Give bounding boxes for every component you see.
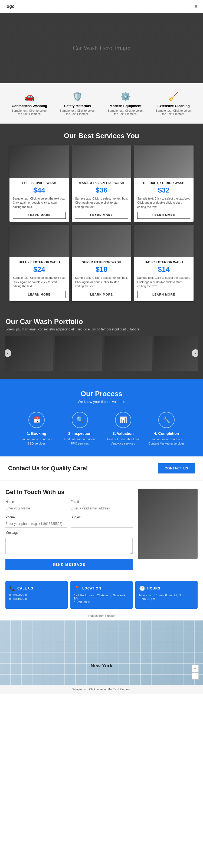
process-step-desc-0: Find out more about our SEO services xyxy=(18,437,56,446)
service-name-5: BASIC EXTERIOR WASH xyxy=(137,260,190,264)
name-input[interactable] xyxy=(5,505,67,512)
services-section: Our Best Services You FULL SERVICE WASH … xyxy=(0,124,203,309)
zoom-in-button[interactable]: + xyxy=(192,665,199,672)
features-section: 🚗 Contactless Washing Sample text. Click… xyxy=(0,83,203,124)
phone-icon: 📞 xyxy=(9,585,15,591)
info-box-call-title: CALL US xyxy=(17,587,33,590)
hero-image xyxy=(0,13,203,83)
info-box-location: 📍 LOCATION 121 Rock Street, 21 Avenue, N… xyxy=(70,581,133,609)
name-label: Name xyxy=(5,500,67,504)
learn-more-btn-5[interactable]: LEARN MORE xyxy=(137,291,190,298)
service-card-0: FULL SERVICE WASH $44 Sample text. Click… xyxy=(9,146,69,222)
footer-text: Sample text. Click to select the Text El… xyxy=(0,685,203,693)
feature-desc-2: Sample text. Click to select the Text El… xyxy=(107,109,145,116)
info-box-call: 📞 CALL US 8 800-70-500 8 800-19-520 xyxy=(5,581,68,609)
contact-us-button[interactable]: CONTACT US xyxy=(158,463,195,473)
process-step-desc-2: Find out more about our Analytics servic… xyxy=(104,437,142,446)
portfolio-img-1 xyxy=(55,336,102,371)
name-field-group: Name xyxy=(5,500,67,512)
map-label: New York xyxy=(91,663,112,669)
learn-more-btn-2[interactable]: LEARN MORE xyxy=(137,212,190,219)
service-card-3: DELUXE EXTERIOR WASH $24 Sample text. Cl… xyxy=(9,225,69,301)
learn-more-btn-1[interactable]: LEARN MORE xyxy=(75,212,128,219)
services-grid: FULL SERVICE WASH $44 Sample text. Click… xyxy=(5,146,198,301)
service-name-4: SUPER EXTERIOR WASH xyxy=(75,260,128,264)
process-section: Our Process We know your time is valuabl… xyxy=(0,379,203,457)
service-price-0: $44 xyxy=(13,186,66,194)
process-step-title-0: 1. Booking xyxy=(18,431,56,436)
logo: logo xyxy=(5,4,14,9)
feature-desc-1: Sample text. Click to select the Text El… xyxy=(58,109,96,116)
message-field-group: Message xyxy=(5,531,133,555)
booking-icon: 📅 xyxy=(28,412,45,428)
contact-form: Get In Touch With us Name Email Phone Su… xyxy=(5,489,133,570)
phone-input[interactable] xyxy=(5,520,67,528)
header: logo ≡ xyxy=(0,0,203,13)
feature-cleaning: 🧹 Extensive Cleaning Sample text. Click … xyxy=(152,89,195,118)
info-box-hours-line-1: 1 am - 6 pm xyxy=(139,597,194,600)
info-boxes-section: 📞 CALL US 8 800-70-500 8 800-19-520 📍 LO… xyxy=(0,579,203,611)
feature-title-0: Contactless Washing xyxy=(10,104,49,108)
map-placeholder: New York + − xyxy=(0,620,203,685)
inspection-icon: 🔍 xyxy=(72,412,88,428)
service-desc-5: Sample text. Click to select the text bo… xyxy=(137,276,190,288)
service-price-2: $32 xyxy=(137,186,190,194)
subject-label: Subject xyxy=(70,516,133,519)
subject-input[interactable] xyxy=(70,520,133,528)
process-subtitle: We know your time is valuable xyxy=(5,400,198,404)
carousel-next-btn[interactable]: › xyxy=(192,349,198,357)
service-price-5: $14 xyxy=(137,265,190,274)
cleaning-icon: 🧹 xyxy=(154,91,193,102)
feature-title-3: Extensive Cleaning xyxy=(154,104,193,108)
portfolio-img-3 xyxy=(154,336,198,371)
service-card-5: BASIC EXTERIOR WASH $14 Sample text. Cli… xyxy=(134,225,194,301)
location-icon: 📍 xyxy=(74,585,80,591)
clock-icon: 🕐 xyxy=(139,585,145,591)
learn-more-btn-4[interactable]: LEARN MORE xyxy=(75,291,128,298)
email-input[interactable] xyxy=(70,505,133,512)
equipment-icon: ⚙️ xyxy=(107,91,145,102)
portfolio-img-2 xyxy=(105,336,152,371)
hamburger-menu-icon[interactable]: ≡ xyxy=(194,3,198,9)
process-step-title-1: 2. Inspection xyxy=(61,431,99,436)
services-title: Our Best Services You xyxy=(5,132,198,140)
service-desc-4: Sample text. Click to select the text bo… xyxy=(75,276,128,288)
service-card-2: DELUXE EXTERIOR WASH $32 Sample text. Cl… xyxy=(134,146,194,222)
send-message-button[interactable]: SEND MESSAGE xyxy=(5,559,133,570)
zoom-out-button[interactable]: − xyxy=(192,673,199,680)
message-label: Message xyxy=(5,531,133,535)
learn-more-btn-0[interactable]: LEARN MORE xyxy=(13,212,66,219)
feature-title-2: Modern Equipment xyxy=(107,104,145,108)
message-input[interactable] xyxy=(5,538,133,554)
info-box-location-line-0: 121 Rock Street, 21 Avenue, New York, NY xyxy=(74,593,129,600)
touch-image xyxy=(138,489,198,559)
info-box-hours-title: HOURS xyxy=(147,587,160,590)
feature-equipment: ⚙️ Modern Equipment Sample text. Click t… xyxy=(104,89,147,118)
email-field-group: Email xyxy=(70,500,133,512)
service-img-5 xyxy=(134,225,194,257)
phone-label: Phone xyxy=(5,516,67,519)
service-name-1: MANAGER'S SPECIAL WASH xyxy=(75,181,128,185)
service-name-0: FULL SERVICE WASH xyxy=(13,181,66,185)
safety-icon: 🛡️ xyxy=(58,91,96,102)
get-in-touch-section: Get In Touch With us Name Email Phone Su… xyxy=(0,480,203,579)
service-card-1: MANAGER'S SPECIAL WASH $36 Sample text. … xyxy=(72,146,131,222)
process-step-3: 🔧 4. Completion Find out more about our … xyxy=(147,412,185,446)
info-box-hours-line-0: Mon - Fri... 11 am - 8 pm Sat, Sun ... xyxy=(139,593,194,597)
completion-icon: 🔧 xyxy=(158,412,175,428)
process-step-title-2: 3. Valuation xyxy=(104,431,142,436)
contactless-icon: 🚗 xyxy=(10,91,49,102)
subject-field-group: Subject xyxy=(70,516,133,528)
process-title: Our Process xyxy=(5,390,198,398)
service-name-3: DELUXE EXTERIOR WASH xyxy=(13,260,66,264)
feature-desc-3: Sample text. Click to select the Text El… xyxy=(154,109,193,116)
contact-cta-text: Contact Us for Quality Care! xyxy=(8,465,88,472)
info-box-call-line-0: 8 800-70-500 xyxy=(9,593,64,597)
portfolio-section: Our Car Wash Portfolio Lorem ipsum sit a… xyxy=(0,309,203,379)
process-step-0: 📅 1. Booking Find out more about our SEO… xyxy=(18,412,56,446)
learn-more-btn-3[interactable]: LEARN MORE xyxy=(13,291,66,298)
process-step-title-3: 4. Completion xyxy=(147,431,185,436)
process-step-1: 🔍 2. Inspection Find out more about our … xyxy=(61,412,99,446)
map-section: New York + − xyxy=(0,620,203,685)
process-steps: 📅 1. Booking Find out more about our SEO… xyxy=(5,412,198,446)
